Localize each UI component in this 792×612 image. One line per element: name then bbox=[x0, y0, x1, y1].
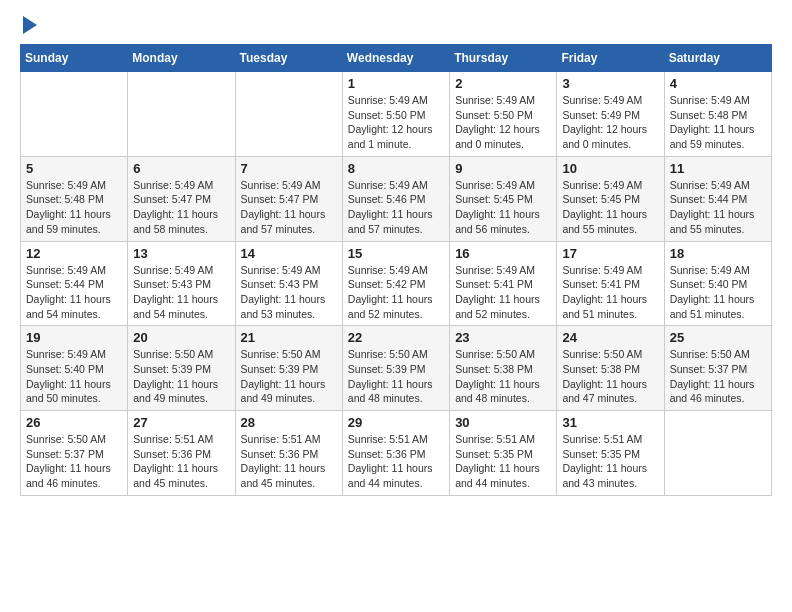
day-info: Sunrise: 5:49 AM Sunset: 5:43 PM Dayligh… bbox=[241, 263, 337, 322]
day-info: Sunrise: 5:49 AM Sunset: 5:48 PM Dayligh… bbox=[26, 178, 122, 237]
day-number: 14 bbox=[241, 246, 337, 261]
day-number: 21 bbox=[241, 330, 337, 345]
day-info: Sunrise: 5:49 AM Sunset: 5:47 PM Dayligh… bbox=[133, 178, 229, 237]
day-info: Sunrise: 5:51 AM Sunset: 5:36 PM Dayligh… bbox=[348, 432, 444, 491]
day-header-friday: Friday bbox=[557, 45, 664, 72]
day-info: Sunrise: 5:51 AM Sunset: 5:35 PM Dayligh… bbox=[562, 432, 658, 491]
day-info: Sunrise: 5:50 AM Sunset: 5:37 PM Dayligh… bbox=[670, 347, 766, 406]
calendar-cell: 1Sunrise: 5:49 AM Sunset: 5:50 PM Daylig… bbox=[342, 72, 449, 157]
calendar-week-row: 5Sunrise: 5:49 AM Sunset: 5:48 PM Daylig… bbox=[21, 156, 772, 241]
day-number: 5 bbox=[26, 161, 122, 176]
calendar-cell: 17Sunrise: 5:49 AM Sunset: 5:41 PM Dayli… bbox=[557, 241, 664, 326]
day-number: 29 bbox=[348, 415, 444, 430]
calendar-cell: 29Sunrise: 5:51 AM Sunset: 5:36 PM Dayli… bbox=[342, 411, 449, 496]
calendar-cell: 12Sunrise: 5:49 AM Sunset: 5:44 PM Dayli… bbox=[21, 241, 128, 326]
day-number: 3 bbox=[562, 76, 658, 91]
calendar-cell bbox=[664, 411, 771, 496]
calendar-cell: 16Sunrise: 5:49 AM Sunset: 5:41 PM Dayli… bbox=[450, 241, 557, 326]
calendar-cell: 11Sunrise: 5:49 AM Sunset: 5:44 PM Dayli… bbox=[664, 156, 771, 241]
calendar-cell: 26Sunrise: 5:50 AM Sunset: 5:37 PM Dayli… bbox=[21, 411, 128, 496]
calendar-week-row: 19Sunrise: 5:49 AM Sunset: 5:40 PM Dayli… bbox=[21, 326, 772, 411]
calendar-cell: 14Sunrise: 5:49 AM Sunset: 5:43 PM Dayli… bbox=[235, 241, 342, 326]
day-info: Sunrise: 5:49 AM Sunset: 5:41 PM Dayligh… bbox=[455, 263, 551, 322]
calendar-cell: 30Sunrise: 5:51 AM Sunset: 5:35 PM Dayli… bbox=[450, 411, 557, 496]
calendar-cell: 19Sunrise: 5:49 AM Sunset: 5:40 PM Dayli… bbox=[21, 326, 128, 411]
day-info: Sunrise: 5:51 AM Sunset: 5:36 PM Dayligh… bbox=[133, 432, 229, 491]
day-number: 1 bbox=[348, 76, 444, 91]
calendar-week-row: 1Sunrise: 5:49 AM Sunset: 5:50 PM Daylig… bbox=[21, 72, 772, 157]
calendar-cell: 28Sunrise: 5:51 AM Sunset: 5:36 PM Dayli… bbox=[235, 411, 342, 496]
calendar-cell: 13Sunrise: 5:49 AM Sunset: 5:43 PM Dayli… bbox=[128, 241, 235, 326]
day-info: Sunrise: 5:49 AM Sunset: 5:40 PM Dayligh… bbox=[26, 347, 122, 406]
day-number: 6 bbox=[133, 161, 229, 176]
day-number: 4 bbox=[670, 76, 766, 91]
day-header-tuesday: Tuesday bbox=[235, 45, 342, 72]
day-info: Sunrise: 5:49 AM Sunset: 5:44 PM Dayligh… bbox=[670, 178, 766, 237]
calendar-cell bbox=[128, 72, 235, 157]
day-info: Sunrise: 5:51 AM Sunset: 5:36 PM Dayligh… bbox=[241, 432, 337, 491]
calendar-cell bbox=[235, 72, 342, 157]
day-info: Sunrise: 5:49 AM Sunset: 5:46 PM Dayligh… bbox=[348, 178, 444, 237]
calendar-week-row: 26Sunrise: 5:50 AM Sunset: 5:37 PM Dayli… bbox=[21, 411, 772, 496]
logo-arrow-icon bbox=[23, 16, 37, 34]
day-number: 7 bbox=[241, 161, 337, 176]
calendar-cell: 8Sunrise: 5:49 AM Sunset: 5:46 PM Daylig… bbox=[342, 156, 449, 241]
day-number: 13 bbox=[133, 246, 229, 261]
calendar-week-row: 12Sunrise: 5:49 AM Sunset: 5:44 PM Dayli… bbox=[21, 241, 772, 326]
day-number: 9 bbox=[455, 161, 551, 176]
calendar-cell: 2Sunrise: 5:49 AM Sunset: 5:50 PM Daylig… bbox=[450, 72, 557, 157]
calendar-cell: 23Sunrise: 5:50 AM Sunset: 5:38 PM Dayli… bbox=[450, 326, 557, 411]
day-info: Sunrise: 5:49 AM Sunset: 5:48 PM Dayligh… bbox=[670, 93, 766, 152]
day-info: Sunrise: 5:49 AM Sunset: 5:40 PM Dayligh… bbox=[670, 263, 766, 322]
day-number: 16 bbox=[455, 246, 551, 261]
calendar-cell: 5Sunrise: 5:49 AM Sunset: 5:48 PM Daylig… bbox=[21, 156, 128, 241]
day-info: Sunrise: 5:50 AM Sunset: 5:39 PM Dayligh… bbox=[348, 347, 444, 406]
day-info: Sunrise: 5:49 AM Sunset: 5:47 PM Dayligh… bbox=[241, 178, 337, 237]
day-number: 31 bbox=[562, 415, 658, 430]
day-info: Sunrise: 5:50 AM Sunset: 5:39 PM Dayligh… bbox=[241, 347, 337, 406]
calendar-cell: 21Sunrise: 5:50 AM Sunset: 5:39 PM Dayli… bbox=[235, 326, 342, 411]
day-number: 23 bbox=[455, 330, 551, 345]
calendar-cell bbox=[21, 72, 128, 157]
day-info: Sunrise: 5:50 AM Sunset: 5:38 PM Dayligh… bbox=[562, 347, 658, 406]
day-info: Sunrise: 5:49 AM Sunset: 5:44 PM Dayligh… bbox=[26, 263, 122, 322]
calendar-cell: 9Sunrise: 5:49 AM Sunset: 5:45 PM Daylig… bbox=[450, 156, 557, 241]
day-header-saturday: Saturday bbox=[664, 45, 771, 72]
day-number: 20 bbox=[133, 330, 229, 345]
day-number: 10 bbox=[562, 161, 658, 176]
day-info: Sunrise: 5:49 AM Sunset: 5:50 PM Dayligh… bbox=[348, 93, 444, 152]
day-number: 28 bbox=[241, 415, 337, 430]
calendar-cell: 25Sunrise: 5:50 AM Sunset: 5:37 PM Dayli… bbox=[664, 326, 771, 411]
day-number: 8 bbox=[348, 161, 444, 176]
day-info: Sunrise: 5:49 AM Sunset: 5:42 PM Dayligh… bbox=[348, 263, 444, 322]
day-header-sunday: Sunday bbox=[21, 45, 128, 72]
calendar-cell: 7Sunrise: 5:49 AM Sunset: 5:47 PM Daylig… bbox=[235, 156, 342, 241]
day-number: 11 bbox=[670, 161, 766, 176]
day-info: Sunrise: 5:50 AM Sunset: 5:39 PM Dayligh… bbox=[133, 347, 229, 406]
day-info: Sunrise: 5:49 AM Sunset: 5:45 PM Dayligh… bbox=[562, 178, 658, 237]
calendar-cell: 22Sunrise: 5:50 AM Sunset: 5:39 PM Dayli… bbox=[342, 326, 449, 411]
calendar-cell: 18Sunrise: 5:49 AM Sunset: 5:40 PM Dayli… bbox=[664, 241, 771, 326]
day-header-monday: Monday bbox=[128, 45, 235, 72]
day-info: Sunrise: 5:49 AM Sunset: 5:45 PM Dayligh… bbox=[455, 178, 551, 237]
day-info: Sunrise: 5:49 AM Sunset: 5:43 PM Dayligh… bbox=[133, 263, 229, 322]
day-header-wednesday: Wednesday bbox=[342, 45, 449, 72]
calendar-cell: 10Sunrise: 5:49 AM Sunset: 5:45 PM Dayli… bbox=[557, 156, 664, 241]
calendar-cell: 24Sunrise: 5:50 AM Sunset: 5:38 PM Dayli… bbox=[557, 326, 664, 411]
day-number: 2 bbox=[455, 76, 551, 91]
day-number: 27 bbox=[133, 415, 229, 430]
calendar-cell: 3Sunrise: 5:49 AM Sunset: 5:49 PM Daylig… bbox=[557, 72, 664, 157]
day-info: Sunrise: 5:50 AM Sunset: 5:37 PM Dayligh… bbox=[26, 432, 122, 491]
day-number: 26 bbox=[26, 415, 122, 430]
calendar-cell: 31Sunrise: 5:51 AM Sunset: 5:35 PM Dayli… bbox=[557, 411, 664, 496]
day-number: 12 bbox=[26, 246, 122, 261]
day-info: Sunrise: 5:49 AM Sunset: 5:50 PM Dayligh… bbox=[455, 93, 551, 152]
day-number: 17 bbox=[562, 246, 658, 261]
day-header-thursday: Thursday bbox=[450, 45, 557, 72]
calendar-cell: 4Sunrise: 5:49 AM Sunset: 5:48 PM Daylig… bbox=[664, 72, 771, 157]
day-info: Sunrise: 5:50 AM Sunset: 5:38 PM Dayligh… bbox=[455, 347, 551, 406]
day-number: 24 bbox=[562, 330, 658, 345]
page-header bbox=[20, 20, 772, 34]
day-number: 25 bbox=[670, 330, 766, 345]
day-number: 22 bbox=[348, 330, 444, 345]
